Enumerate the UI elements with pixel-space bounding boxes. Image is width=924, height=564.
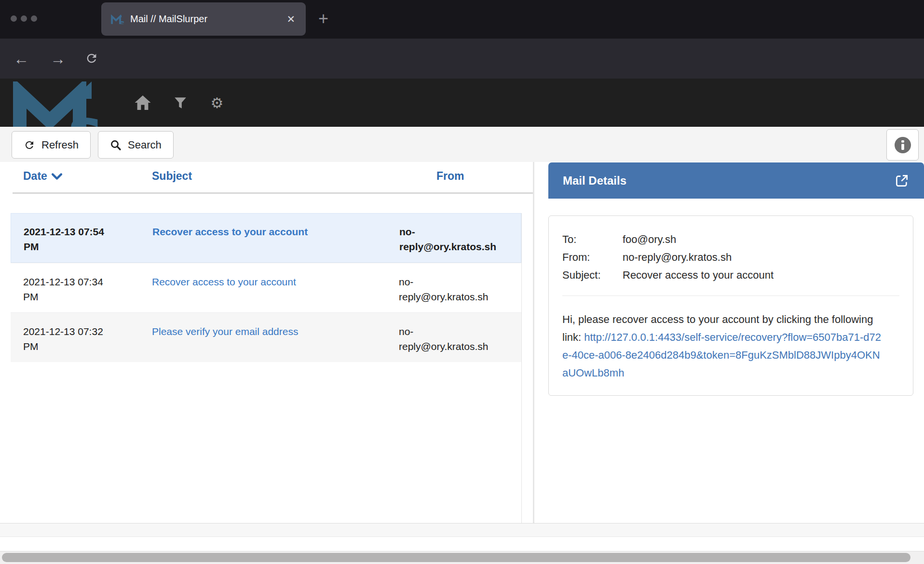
column-header-from: From (436, 170, 464, 183)
column-header-subject: Subject (152, 170, 192, 183)
browser-tab-bar: s Mail // MailSlurper ✕ + (0, 0, 924, 39)
subject-label: Subject: (562, 266, 623, 284)
mail-from: no-reply@ory.kratos.sh (399, 274, 503, 304)
mail-from: no-reply@ory.kratos.sh (399, 224, 503, 254)
mail-details-card: To: foo@ory.sh From: no-reply@ory.kratos… (548, 215, 913, 396)
mail-subject-link[interactable]: Please verify your email address (152, 324, 386, 339)
window-close-button[interactable] (11, 15, 17, 22)
open-external-icon[interactable] (894, 173, 910, 188)
search-label: Search (128, 139, 162, 151)
home-icon[interactable] (132, 79, 153, 127)
window-controls (11, 15, 37, 22)
app-navbar: s ⚙ (0, 79, 924, 127)
mail-from: no-reply@ory.kratos.sh (399, 324, 503, 354)
mail-body: Hi, please recover access to your accoun… (562, 310, 882, 382)
from-value: no-reply@ory.kratos.sh (623, 248, 732, 266)
window-minimize-button[interactable] (21, 15, 27, 22)
search-icon (110, 139, 122, 151)
bottom-strip-border (0, 537, 924, 537)
field-to: To: foo@ory.sh (562, 230, 899, 248)
mail-details-title: Mail Details (563, 174, 894, 188)
refresh-icon (24, 139, 35, 151)
subject-value: Recover access to your account (623, 266, 774, 284)
info-icon (895, 137, 911, 153)
horizontal-scrollbar-thumb[interactable] (2, 553, 910, 562)
sort-chevron-down-icon (52, 173, 62, 180)
search-button[interactable]: Search (98, 131, 174, 159)
mailslurper-favicon: s (111, 14, 124, 24)
info-button[interactable] (886, 129, 919, 161)
reload-icon[interactable] (85, 52, 98, 65)
column-header-date[interactable]: Date (23, 170, 62, 183)
settings-gear-icon[interactable]: ⚙ (206, 79, 228, 127)
header-divider (13, 192, 534, 194)
action-strip: Refresh Search (0, 127, 924, 162)
browser-toolbar: ← → 127.0.0.1:4436/# 90% » (0, 39, 924, 79)
forward-icon[interactable]: → (50, 49, 66, 68)
mail-list: 2021-12-13 07:54 PM Recover access to yo… (11, 213, 522, 523)
mail-date: 2021-12-13 07:32 PM (23, 324, 115, 354)
refresh-button[interactable]: Refresh (12, 131, 91, 159)
card-divider (562, 295, 899, 296)
mail-row[interactable]: 2021-12-13 07:34 PM Recover access to yo… (11, 263, 521, 312)
panel-divider (533, 162, 534, 537)
field-from: From: no-reply@ory.kratos.sh (562, 248, 899, 266)
mail-details-header: Mail Details (548, 162, 924, 199)
bottom-strip (0, 524, 924, 537)
tab-close-icon[interactable]: ✕ (285, 13, 296, 25)
mail-subject-link[interactable]: Recover access to your account (152, 274, 386, 289)
mail-date: 2021-12-13 07:34 PM (23, 274, 115, 304)
mail-subject-link[interactable]: Recover access to your account (152, 224, 386, 239)
svg-text:s: s (68, 96, 102, 127)
mail-row[interactable]: 2021-12-13 07:32 PM Please verify your e… (11, 312, 521, 362)
window-maximize-button[interactable] (31, 15, 37, 22)
mailslurper-logo: s (12, 81, 111, 127)
field-subject: Subject: Recover access to your account (562, 266, 899, 284)
mail-row-selected[interactable]: 2021-12-13 07:54 PM Recover access to yo… (11, 213, 521, 263)
filter-icon[interactable] (170, 79, 191, 127)
to-value: foo@ory.sh (623, 230, 676, 248)
tab-title: Mail // MailSlurper (130, 13, 285, 25)
mail-date: 2021-12-13 07:54 PM (24, 224, 115, 254)
from-label: From: (562, 248, 623, 266)
refresh-label: Refresh (41, 139, 79, 151)
to-label: To: (562, 230, 623, 248)
browser-tab[interactable]: s Mail // MailSlurper ✕ (101, 2, 306, 36)
new-tab-button[interactable]: + (318, 8, 328, 29)
back-icon[interactable]: ← (14, 49, 29, 68)
svg-text:s: s (119, 17, 124, 24)
recovery-link[interactable]: http://127.0.0.1:4433/self-service/recov… (562, 331, 881, 379)
